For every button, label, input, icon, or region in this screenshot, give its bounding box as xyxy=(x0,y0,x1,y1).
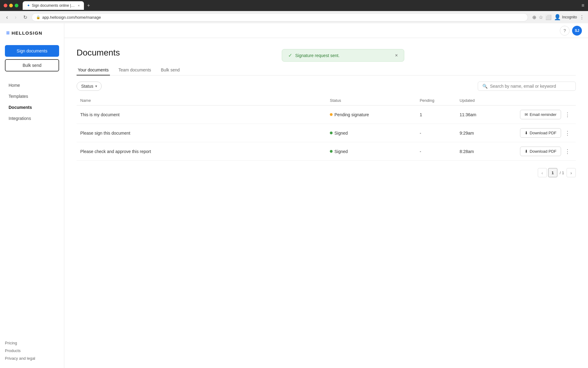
notification-banner: ✓ Signature request sent. × xyxy=(282,49,404,62)
status-dot xyxy=(330,113,333,116)
browser-tab[interactable]: ✦ Sign documents online | HelloS... × xyxy=(23,1,84,10)
col-header-name: Name xyxy=(77,96,326,105)
tab-your-documents[interactable]: Your documents xyxy=(77,65,110,75)
maximize-dot[interactable] xyxy=(15,4,18,7)
col-header-action xyxy=(506,96,576,105)
bulk-send-button[interactable]: Bulk send xyxy=(5,59,59,71)
table-row: This is my document Pending signature 1 … xyxy=(77,105,576,124)
lock-icon: 🔒 xyxy=(36,15,40,19)
action-label: Download PDF xyxy=(530,131,556,135)
close-dot[interactable] xyxy=(4,4,7,7)
doc-status: Signed xyxy=(326,142,416,161)
sidebar-item-integrations[interactable]: Integrations xyxy=(5,113,59,124)
status-text: Signed xyxy=(334,131,348,136)
doc-updated: 11:36am xyxy=(456,105,506,124)
chevron-down-icon: ▾ xyxy=(95,84,97,88)
row-menu-button[interactable]: ⋮ xyxy=(563,110,572,119)
tab-bulk-send[interactable]: Bulk send xyxy=(160,65,181,75)
cast-icon: ⊕ xyxy=(532,14,536,20)
table-row: Please sign this document Signed - 9:29a… xyxy=(77,124,576,142)
status-dot xyxy=(330,132,333,134)
window-controls xyxy=(4,4,18,7)
doc-status: Signed xyxy=(326,124,416,142)
nav-links: Home Templates Documents Integrations xyxy=(5,80,59,335)
doc-updated: 8:28am xyxy=(456,142,506,161)
search-icon: 🔍 xyxy=(482,84,488,89)
incognito-area: 👤 Incognito xyxy=(554,14,577,21)
filter-search-row: Status ▾ 🔍 xyxy=(77,82,576,91)
row-menu-button[interactable]: ⋮ xyxy=(563,128,572,138)
logo-text: HELLOSIGN xyxy=(12,30,43,36)
download-pdf-button[interactable]: ⬇ Download PDF xyxy=(520,128,561,138)
browser-navbar: ‹ › ↻ 🔒 app.hellosign.com/home/manage ⊕ … xyxy=(0,11,588,23)
col-header-status: Status xyxy=(326,96,416,105)
action-label: Download PDF xyxy=(530,149,556,154)
email-reminder-button[interactable]: ✉ Email reminder xyxy=(520,110,561,119)
nav-reload-btn[interactable]: ↻ xyxy=(21,13,30,21)
page-1-btn[interactable]: 1 xyxy=(548,168,557,177)
sidebar-item-home[interactable]: Home xyxy=(5,80,59,90)
action-label: Email reminder xyxy=(530,112,556,117)
doc-name: This is my document xyxy=(77,105,326,124)
notification-close-btn[interactable]: × xyxy=(395,53,398,58)
status-filter-btn[interactable]: Status ▾ xyxy=(77,82,102,91)
main-content: Documents Your documents Team documents … xyxy=(64,38,588,368)
col-header-updated: Updated xyxy=(456,96,506,105)
page-separator: / 1 xyxy=(559,171,565,175)
url-text: app.hellosign.com/home/manage xyxy=(42,15,101,20)
doc-pending: 1 xyxy=(416,105,456,124)
new-tab-btn[interactable]: + xyxy=(87,3,90,8)
doc-name: Please check and approve this report xyxy=(77,142,326,161)
download-pdf-button[interactable]: ⬇ Download PDF xyxy=(520,147,561,156)
incognito-label: Incognito xyxy=(562,15,577,19)
prev-page-btn[interactable]: ‹ xyxy=(538,168,547,177)
download-icon: ⬇ xyxy=(525,131,528,135)
notification-message: Signature request sent. xyxy=(295,53,340,58)
status-text: Pending signature xyxy=(334,112,369,117)
logo-icon: ≡ xyxy=(6,29,10,36)
browser-menu-btn[interactable]: ≡ xyxy=(582,3,584,8)
nav-forward-btn[interactable]: › xyxy=(12,13,19,22)
sidebar-item-documents[interactable]: Documents xyxy=(5,102,59,113)
extensions-icon[interactable]: ⬜ xyxy=(545,14,552,20)
doc-pending: - xyxy=(416,142,456,161)
sign-documents-button[interactable]: Sign documents xyxy=(5,45,59,57)
footer-privacy-link[interactable]: Privacy and legal xyxy=(5,355,59,362)
row-menu-button[interactable]: ⋮ xyxy=(563,147,572,156)
documents-table: Name Status Pending Updated This is my d… xyxy=(77,96,576,161)
nav-icons-area: ⊕ ☆ ⬜ 👤 Incognito ⋮ xyxy=(532,14,584,21)
minimize-dot[interactable] xyxy=(9,4,13,7)
doc-updated: 9:29am xyxy=(456,124,506,142)
tab-favicon: ✦ xyxy=(27,3,30,8)
bookmark-icon[interactable]: ☆ xyxy=(539,14,543,20)
help-button[interactable]: ? xyxy=(560,26,570,36)
footer-products-link[interactable]: Products xyxy=(5,347,59,354)
search-input[interactable] xyxy=(490,84,571,89)
tab-title: Sign documents online | HelloS... xyxy=(32,3,75,8)
status-dot xyxy=(330,150,333,153)
sidebar: ✓ Signature request sent. × ≡ HELLOSIGN … xyxy=(0,23,64,368)
col-header-pending: Pending xyxy=(416,96,456,105)
doc-name: Please sign this document xyxy=(77,124,326,142)
avatar[interactable]: SJ xyxy=(572,26,582,36)
account-icon[interactable]: 👤 xyxy=(554,14,561,21)
status-text: Signed xyxy=(334,149,348,154)
next-page-btn[interactable]: › xyxy=(567,168,576,177)
tab-team-documents[interactable]: Team documents xyxy=(117,65,153,75)
check-icon: ✓ xyxy=(288,52,292,58)
topbar: ? SJ xyxy=(64,23,588,38)
tab-close-btn[interactable]: × xyxy=(78,4,80,7)
chrome-menu-icon[interactable]: ⋮ xyxy=(579,14,584,20)
email-icon: ✉ xyxy=(525,112,528,117)
footer-pricing-link[interactable]: Pricing xyxy=(5,339,59,347)
address-bar[interactable]: 🔒 app.hellosign.com/home/manage xyxy=(32,13,528,21)
doc-pending: - xyxy=(416,124,456,142)
status-filter-label: Status xyxy=(81,84,93,89)
sidebar-logo: ≡ HELLOSIGN xyxy=(5,29,59,36)
document-tabs: Your documents Team documents Bulk send xyxy=(77,65,576,75)
sidebar-item-templates[interactable]: Templates xyxy=(5,91,59,102)
browser-titlebar: ✦ Sign documents online | HelloS... × + … xyxy=(0,0,588,11)
nav-back-btn[interactable]: ‹ xyxy=(4,13,10,22)
table-row: Please check and approve this report Sig… xyxy=(77,142,576,161)
download-icon: ⬇ xyxy=(525,149,528,154)
